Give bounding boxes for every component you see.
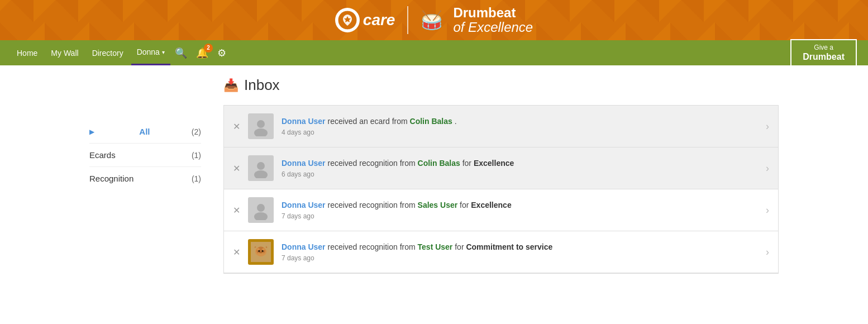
notification-text-4: Donna User received recognition from Tes… (282, 242, 758, 263)
sidebar-recognition-label: Recognition (89, 174, 133, 183)
inbox-area: 📥 Inbox ✕ Donna User received an ecard f… (223, 77, 779, 274)
drumbeat-line1: Drumbeat (453, 6, 533, 20)
svg-point-4 (254, 170, 268, 178)
sender-link-3[interactable]: Sales User (418, 201, 458, 209)
dismiss-button-3[interactable]: ✕ (233, 205, 240, 216)
recipient-link-4[interactable]: Donna User (282, 242, 326, 251)
svg-point-6 (254, 212, 268, 220)
notification-item-2: ✕ Donna User received recognition from C… (224, 147, 778, 189)
notification-message-1: Donna User received an ecard from Colin … (282, 116, 758, 127)
notification-badge: 2 (204, 44, 213, 53)
sidebar-item-all[interactable]: All (2) (89, 121, 201, 142)
category-text-2: Excellence (474, 159, 514, 168)
give-drumbeat-button[interactable]: Give a Drumbeat (790, 39, 857, 67)
notification-text-1: Donna User received an ecard from Colin … (282, 116, 758, 137)
sidebar-divider-1 (89, 143, 201, 144)
dismiss-button-1[interactable]: ✕ (233, 121, 240, 132)
category-text-4: Commitment to service (466, 242, 552, 251)
notification-item: ✕ Donna User received an ecard from Coli… (224, 106, 778, 147)
recipient-link-3[interactable]: Donna User (282, 201, 326, 209)
main-content: All (2) Ecards (1) Recognition (1) 📥 Inb… (0, 65, 868, 285)
svg-point-2 (254, 128, 268, 136)
avatar-4 (248, 239, 274, 265)
inbox-icon: 📥 (223, 78, 239, 93)
nav-directory[interactable]: Directory (87, 40, 129, 65)
inbox-title: 📥 Inbox (223, 77, 779, 94)
care-icon (335, 8, 360, 32)
settings-icon[interactable]: ⚙ (215, 45, 228, 61)
svg-point-13 (258, 250, 260, 252)
notification-message-2: Donna User received recognition from Col… (282, 158, 758, 169)
dismiss-button-4[interactable]: ✕ (233, 247, 240, 258)
sidebar-divider-2 (89, 166, 201, 167)
nav-links: Home My Wall Directory Donna ▾ 🔍 🔔 2 ⚙ (11, 40, 857, 65)
category-text-3: Excellence (471, 201, 511, 209)
avatar-2 (248, 155, 274, 181)
recipient-link-1[interactable]: Donna User (282, 117, 326, 126)
header-logo: care 🥁 Drumbeat of Excellence (335, 6, 533, 35)
notification-item-4: ✕ (224, 231, 778, 273)
chevron-right-icon-4[interactable]: › (766, 246, 769, 258)
svg-point-15 (259, 251, 263, 253)
svg-point-14 (262, 250, 264, 252)
drumbeat-line2: of Excellence (453, 20, 533, 35)
nav-icons: 🔍 🔔 2 ⚙ (173, 45, 228, 61)
sidebar-item-recognition[interactable]: Recognition (1) (89, 168, 201, 189)
nav-my-wall[interactable]: My Wall (45, 40, 84, 65)
sidebar-all-count: (2) (192, 127, 201, 136)
dismiss-button-2[interactable]: ✕ (233, 163, 240, 174)
sender-link-2[interactable]: Colin Balas (418, 159, 460, 168)
care-logo: care (335, 8, 395, 32)
avatar-3 (248, 197, 274, 223)
sidebar-item-ecards[interactable]: Ecards (1) (89, 145, 201, 165)
chevron-right-icon-3[interactable]: › (766, 204, 769, 216)
care-text: care (363, 11, 395, 29)
notification-time-1: 4 days ago (282, 128, 758, 136)
sender-link-1[interactable]: Colin Balas (410, 117, 452, 126)
dropdown-arrow-icon: ▾ (162, 49, 165, 55)
navbar: Home My Wall Directory Donna ▾ 🔍 🔔 2 ⚙ G… (0, 40, 868, 65)
sidebar-recognition-count: (1) (192, 174, 201, 183)
notification-time-3: 7 days ago (282, 212, 758, 220)
notification-list: ✕ Donna User received an ecard from Coli… (223, 105, 779, 274)
search-icon[interactable]: 🔍 (173, 45, 189, 61)
notifications-icon[interactable]: 🔔 2 (194, 45, 211, 61)
header-divider (407, 6, 408, 34)
sidebar-ecards-label: Ecards (89, 150, 116, 160)
avatar-1 (248, 113, 274, 139)
svg-point-3 (257, 162, 265, 170)
notification-message-3: Donna User received recognition from Sal… (282, 200, 758, 211)
recipient-link-2[interactable]: Donna User (282, 159, 326, 168)
sidebar-all-label: All (139, 127, 150, 136)
nav-home[interactable]: Home (11, 40, 43, 65)
chevron-right-icon-1[interactable]: › (766, 121, 769, 132)
header-banner: care 🥁 Drumbeat of Excellence (0, 0, 868, 40)
sidebar: All (2) Ecards (1) Recognition (1) (89, 77, 201, 274)
sidebar-ecards-count: (1) (192, 151, 201, 160)
drumbeat-title: Drumbeat of Excellence (453, 6, 533, 35)
notification-message-4: Donna User received recognition from Tes… (282, 242, 758, 253)
notification-item-3: ✕ Donna User received recognition from S… (224, 189, 778, 231)
notification-text-2: Donna User received recognition from Col… (282, 158, 758, 179)
svg-point-1 (257, 120, 265, 128)
notification-time-2: 6 days ago (282, 170, 758, 178)
sender-link-4[interactable]: Test User (418, 242, 453, 251)
drumbeat-drum-icon: 🥁 (421, 9, 443, 31)
notification-time-4: 7 days ago (282, 254, 758, 262)
notification-text-3: Donna User received recognition from Sal… (282, 200, 758, 221)
svg-point-5 (257, 204, 265, 212)
chevron-right-icon-2[interactable]: › (766, 163, 769, 174)
nav-user[interactable]: Donna ▾ (131, 40, 170, 65)
